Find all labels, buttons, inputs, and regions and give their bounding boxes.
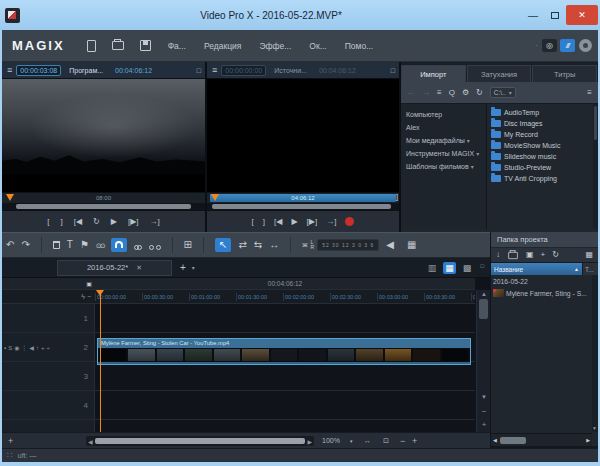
group-link-icon[interactable] [134, 236, 142, 254]
audio-fader-icon[interactable]: ж [302, 241, 307, 249]
source-scrub-marker[interactable] [211, 194, 219, 201]
scroll-down-icon[interactable]: ▼ [477, 394, 491, 400]
zoom-in-icon[interactable]: + [412, 436, 417, 446]
title-text-icon[interactable]: T [67, 240, 73, 250]
set-out-button[interactable]: ] [60, 217, 62, 226]
scroll-left-icon[interactable]: ◀ [493, 438, 497, 443]
mouse-mode-exchange-icon[interactable]: ⇆ [254, 240, 262, 250]
track-header-5[interactable] [2, 420, 95, 432]
project-row-clip[interactable]: Mylène Farmer, Sting - S... [491, 287, 598, 299]
playhead[interactable] [100, 290, 101, 432]
save-icon[interactable]: ▣ [526, 251, 534, 259]
search-icon[interactable]: Q [449, 89, 455, 97]
maximize-button[interactable] [544, 6, 566, 24]
set-out-button[interactable]: ] [263, 217, 265, 226]
program-scrub-bar[interactable]: 08:00 [2, 192, 205, 203]
optimize-view-icon[interactable]: ⊙⊙ [96, 242, 104, 249]
folder-icon[interactable] [508, 251, 518, 258]
program-scrub-marker[interactable] [6, 194, 14, 201]
track-row-1[interactable]: 1 [2, 304, 475, 333]
mixer-icon[interactable]: ▦ [407, 240, 416, 250]
jump-end-button[interactable]: →] [326, 217, 336, 226]
scrollbar-thumb[interactable] [500, 437, 526, 444]
zoom-out-vertical-icon[interactable]: − [477, 408, 491, 416]
track-row-4[interactable]: 4 [2, 391, 475, 420]
tab-import[interactable]: Импорт [401, 65, 466, 82]
folder-item[interactable]: TV Anti Cropping [491, 173, 593, 184]
monitor-menu-icon[interactable]: ≡ [212, 66, 217, 75]
tab-list-chevron-icon[interactable]: ▾ [192, 264, 195, 271]
play-range-button[interactable]: [▶] [307, 217, 318, 226]
source-current-timecode[interactable]: 00:00:00:00 [221, 65, 266, 76]
source-range-end[interactable]: ] [396, 193, 398, 200]
minus-icon[interactable]: − [87, 293, 91, 300]
detach-icon[interactable]: □ [478, 262, 486, 274]
scroll-down-icon[interactable]: ▼ [592, 426, 597, 431]
jump-start-button[interactable]: [◀ [274, 217, 282, 226]
folder-item[interactable]: Studio-Preview [491, 162, 593, 173]
menu-window[interactable]: Ок... [300, 41, 335, 51]
track-control-icons[interactable]: ▪S◉⋮◀↑+÷ [2, 344, 52, 351]
zoom-dropdown-icon[interactable]: ▾ [350, 438, 353, 444]
redo-icon[interactable]: ↷ [21, 240, 29, 250]
delete-icon[interactable] [53, 241, 60, 249]
play-button[interactable]: ▶ [291, 217, 297, 226]
timeline-scrollbar-horizontal[interactable]: ◀ ▶ [86, 436, 314, 446]
insert-mode-icon[interactable]: ⊞ [184, 240, 192, 250]
fit-width-icon[interactable]: ↔ [364, 437, 371, 444]
ungroup-icon[interactable] [149, 236, 161, 254]
scroll-left-icon[interactable]: ◀ [86, 438, 95, 445]
scene-view-icon[interactable]: ▥ [426, 262, 439, 274]
automation-icon[interactable]: ϟ [81, 293, 85, 300]
source-scrollbar-thumb[interactable] [212, 204, 391, 209]
tree-item-templates[interactable]: Шаблоны фильмов▾ [406, 160, 486, 173]
scroll-right-icon[interactable]: ▶ [586, 438, 590, 443]
folder-item[interactable]: MovieShow Music [491, 140, 593, 151]
source-range-bar[interactable]: 04:06:12 [210, 194, 396, 202]
project-row-group[interactable]: 2016-05-22 [491, 275, 598, 287]
back-icon[interactable]: ← [407, 89, 415, 97]
track-row-5[interactable] [2, 420, 475, 432]
new-file-icon[interactable] [87, 40, 96, 52]
tree-item-user[interactable]: Alex [406, 121, 486, 134]
zoom-level[interactable]: 100% [322, 437, 340, 444]
view-grid-icon[interactable]: ▦ [585, 251, 593, 259]
tree-item-media[interactable]: Мои медиафайлы▾ [406, 134, 486, 147]
program-current-timecode[interactable]: 00:00:03:08 [16, 65, 61, 76]
scrollbar-thumb[interactable] [479, 299, 488, 319]
monitor-menu-icon[interactable]: ≡ [7, 66, 12, 75]
folder-item[interactable]: AudioTemp [491, 107, 593, 118]
list-view-icon[interactable]: ≡ [587, 89, 592, 97]
menu-help[interactable]: Помо... [336, 41, 383, 51]
play-button[interactable]: ▶ [111, 217, 117, 226]
playhead-marker[interactable] [96, 290, 104, 296]
column-type[interactable]: Т... [582, 263, 598, 275]
record-button[interactable] [345, 217, 354, 226]
new-tab-icon[interactable]: + [180, 263, 186, 273]
source-scrollbar[interactable] [207, 203, 399, 210]
track-row-3[interactable]: 3 [2, 362, 475, 391]
detach-monitor-icon[interactable]: □ [197, 67, 201, 74]
link-tracks-icon[interactable]: ▣ [86, 281, 92, 287]
mouse-mode-object-icon[interactable]: ⇄ [238, 240, 246, 250]
column-name[interactable]: Название▲ [491, 263, 582, 275]
path-dropdown[interactable]: C:\.. ▾ [490, 87, 516, 98]
menu-edit[interactable]: Редакция [195, 41, 250, 51]
speaker-icon[interactable]: ◀ [386, 240, 394, 250]
program-scrollbar[interactable] [2, 203, 205, 210]
track-header-3[interactable]: 3 [2, 362, 95, 390]
scrollbar-thumb[interactable] [594, 106, 597, 140]
project-tab[interactable]: 2016-05-22* ✕ [57, 260, 172, 276]
new-folder-icon[interactable]: + [541, 251, 546, 259]
tab-titles[interactable]: Титры [532, 65, 597, 82]
track-header-2[interactable]: ▪S◉⋮◀↑+÷ 2 [2, 333, 95, 361]
track-header-1[interactable]: 1 [2, 304, 95, 332]
tab-fades[interactable]: Затухания [467, 65, 532, 82]
detach-monitor-icon[interactable]: □ [391, 67, 395, 74]
stretch-mode-icon[interactable]: ↔ [269, 240, 279, 250]
play-range-button[interactable]: [▶] [128, 217, 139, 226]
folder-item[interactable]: My Record [491, 129, 593, 140]
mouse-mode-icon[interactable]: ↖ [215, 238, 231, 252]
close-tab-icon[interactable]: ✕ [136, 264, 142, 272]
marker-icon[interactable]: ⚑ [80, 240, 89, 250]
